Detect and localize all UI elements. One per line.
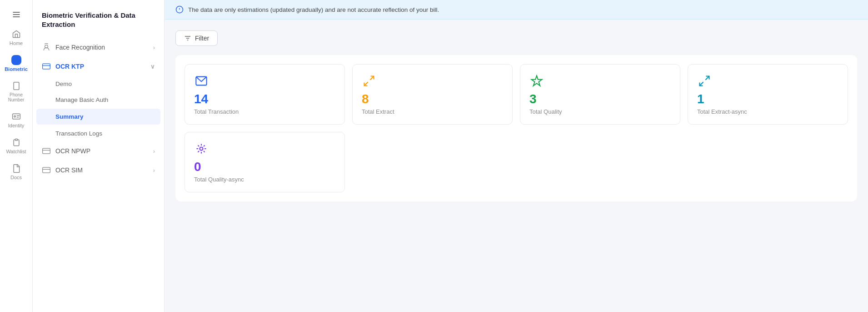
sidebar-item-ocr-ktp[interactable]: OCR KTP ∨: [33, 57, 164, 76]
chevron-right-icon-3: ›: [153, 167, 155, 174]
svg-rect-16: [43, 167, 50, 173]
total-extract-async-label: Total Extract-async: [697, 108, 838, 115]
chevron-right-icon-2: ›: [153, 148, 155, 155]
sidebar: Biometric Verification & Data Extraction…: [33, 0, 165, 312]
empty-card-3: [520, 132, 680, 192]
ocr-npwp-icon: [42, 146, 51, 156]
empty-card-2: [352, 132, 513, 192]
notice-text: The data are only estimations (updated g…: [188, 6, 439, 13]
cards-row-2: 0 Total Quality-async: [185, 132, 848, 192]
face-recognition-icon: [42, 43, 51, 52]
svg-point-3: [15, 58, 17, 60]
sidebar-sub-manage-basic-auth[interactable]: Manage Basic Auth: [33, 92, 164, 108]
envelope-icon: [194, 74, 209, 88]
sidebar-item-docs-label: Docs: [10, 175, 22, 180]
sidebar-item-docs[interactable]: Docs: [0, 160, 32, 184]
sidebar-item-watchlist-label: Watchlist: [6, 149, 26, 154]
sidebar-title: Biometric Verification & Data Extraction: [33, 7, 164, 38]
svg-rect-6: [12, 114, 20, 119]
svg-rect-4: [14, 82, 19, 90]
svg-rect-14: [43, 148, 50, 154]
stat-card-total-extract-async: 1 Total Extract-async: [688, 64, 848, 125]
sidebar-item-watchlist[interactable]: Watchlist: [0, 134, 32, 158]
sidebar-item-biometric[interactable]: Biometric: [0, 51, 32, 75]
expand-arrows-icon: [362, 74, 376, 88]
sidebar-item-ocr-sim[interactable]: OCR SIM ›: [33, 161, 164, 180]
ocr-sim-label: OCR SIM: [55, 166, 83, 174]
chevron-down-icon: ∨: [150, 63, 155, 70]
total-quality-number: 3: [529, 92, 671, 106]
ocr-ktp-icon: [42, 62, 51, 71]
stat-card-total-quality: 3 Total Quality: [520, 64, 680, 125]
notice-bar: The data are only estimations (updated g…: [165, 0, 868, 20]
content-area: Filter 14 Total Transaction: [165, 20, 868, 312]
stat-card-total-quality-async: 0 Total Quality-async: [185, 132, 345, 192]
stat-card-total-transaction: 14 Total Transaction: [185, 64, 345, 125]
sidebar-item-home-label: Home: [10, 40, 23, 46]
icon-bar: Home Biometric Phone Number Identity: [0, 0, 33, 312]
sidebar-item-home[interactable]: Home: [0, 25, 32, 50]
sidebar-sub-summary[interactable]: Summary: [36, 109, 160, 125]
total-extract-number: 8: [362, 92, 503, 106]
svg-line-26: [364, 82, 368, 86]
svg-point-7: [14, 116, 15, 117]
filter-icon: [184, 35, 191, 42]
total-quality-async-number: 0: [194, 160, 335, 174]
menu-button[interactable]: [0, 5, 32, 24]
ocr-sim-icon: [42, 166, 51, 175]
sidebar-sub-demo[interactable]: Demo: [33, 76, 164, 92]
sidebar-item-face-recognition[interactable]: Face Recognition ›: [33, 38, 164, 57]
sidebar-sub-transaction-logs[interactable]: Transaction Logs: [33, 126, 164, 141]
ocr-npwp-label: OCR NPWP: [55, 147, 90, 155]
expand-arrows-2-icon: [697, 74, 712, 88]
total-extract-label: Total Extract: [362, 108, 503, 115]
svg-line-28: [700, 82, 703, 86]
sparkle-icon: [529, 74, 544, 88]
empty-card-4: [688, 132, 848, 192]
svg-line-27: [705, 76, 709, 80]
sidebar-item-phone-number[interactable]: Phone Number: [0, 77, 32, 106]
sidebar-item-identity-label: Identity: [8, 123, 24, 128]
stat-card-total-extract: 8 Total Extract: [352, 64, 513, 125]
filter-button[interactable]: Filter: [175, 30, 218, 46]
svg-rect-10: [15, 139, 17, 141]
chevron-right-icon: ›: [153, 44, 155, 51]
total-transaction-number: 14: [194, 92, 335, 106]
sparkle-4-icon: [194, 141, 209, 156]
total-transaction-label: Total Transaction: [194, 108, 335, 115]
ocr-ktp-label: OCR KTP: [55, 63, 84, 70]
sidebar-item-phone-label: Phone Number: [2, 92, 30, 102]
svg-rect-12: [43, 64, 50, 69]
total-extract-async-number: 1: [697, 92, 838, 106]
total-quality-label: Total Quality: [529, 108, 671, 115]
sidebar-item-biometric-label: Biometric: [5, 66, 28, 72]
sidebar-item-ocr-npwp[interactable]: OCR NPWP ›: [33, 141, 164, 161]
info-icon: [175, 5, 184, 14]
main-content: The data are only estimations (updated g…: [165, 0, 868, 312]
filter-label: Filter: [195, 35, 209, 42]
sidebar-item-identity[interactable]: Identity: [0, 108, 32, 132]
filter-bar: Filter: [175, 30, 857, 46]
svg-point-29: [200, 147, 203, 151]
total-quality-async-label: Total Quality-async: [194, 176, 335, 183]
cards-container: 14 Total Transaction 8 Total Extract: [175, 55, 857, 201]
face-recognition-label: Face Recognition: [55, 44, 105, 51]
svg-line-25: [370, 76, 374, 80]
